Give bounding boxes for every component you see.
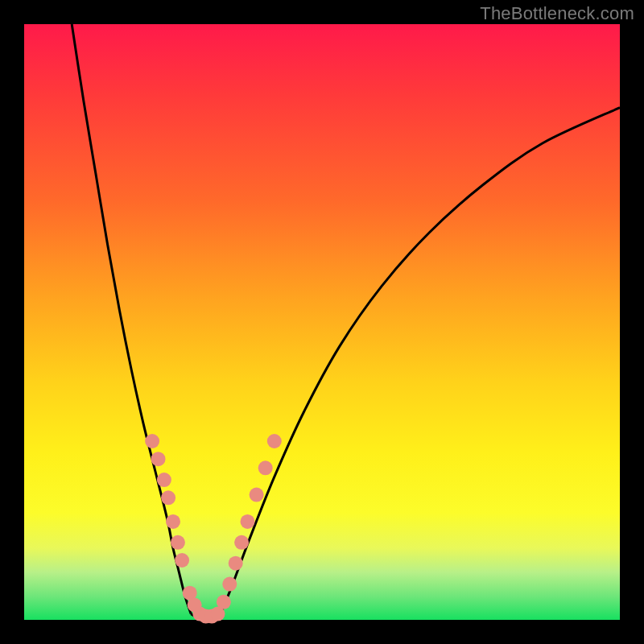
- data-marker: [241, 514, 255, 529]
- watermark-text: TheBottleneck.com: [480, 3, 634, 24]
- data-marker: [267, 434, 282, 448]
- data-marker: [161, 490, 175, 505]
- data-marker: [157, 473, 171, 487]
- curve-right: [221, 108, 620, 614]
- data-marker: [234, 535, 249, 550]
- data-marker: [151, 452, 166, 466]
- data-marker: [258, 460, 273, 475]
- data-marker: [171, 535, 185, 550]
- data-marker: [175, 553, 189, 568]
- data-marker: [229, 556, 243, 571]
- chart-svg: [24, 24, 620, 620]
- data-marker: [145, 434, 159, 448]
- data-marker: [166, 514, 180, 529]
- chart-stage: TheBottleneck.com: [0, 0, 644, 644]
- data-marker: [217, 595, 231, 609]
- data-marker: [250, 488, 264, 502]
- marker-group: [145, 434, 282, 624]
- data-marker: [222, 577, 237, 592]
